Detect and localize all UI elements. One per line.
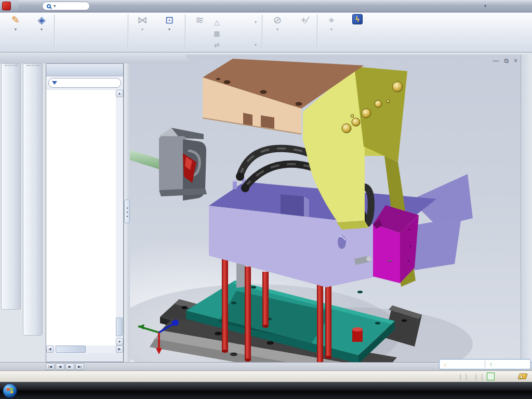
- move-entities-icon: ⇄: [213, 41, 221, 49]
- surfaces-toolbar: [23, 63, 43, 336]
- doc-restore-button[interactable]: ⧉: [504, 57, 509, 64]
- tree-filter-row: [46, 76, 123, 90]
- ribbon-separator: [317, 15, 317, 49]
- tree-vertical-scrollbar[interactable]: ▲ ▼: [116, 90, 123, 345]
- quick-tips-icon[interactable]: [487, 373, 495, 380]
- chevron-down-icon[interactable]: ▾: [54, 4, 56, 8]
- app-logo: [0, 0, 18, 12]
- search-icon: [47, 4, 51, 8]
- doc-minimize-button[interactable]: —: [493, 57, 499, 64]
- smart-dimension-icon: ◈: [38, 14, 46, 26]
- ribbon-separator: [185, 15, 185, 49]
- offset-entities-button: ≋: [187, 14, 212, 50]
- filter-funnel-icon: [52, 81, 57, 85]
- feature-manager-tabs: [46, 64, 123, 76]
- model-3d-view: [130, 55, 522, 362]
- convert-entities-button[interactable]: ⊡ ▾: [156, 14, 183, 50]
- linear-pattern-icon: ▦: [213, 30, 221, 37]
- ribbon-separator: [128, 15, 128, 49]
- search-box[interactable]: ▾: [42, 2, 90, 10]
- offset-entities-icon: ≋: [195, 14, 204, 26]
- trim-entities-button: ⋈ ▾: [130, 14, 155, 50]
- features-toolbar: [1, 63, 21, 310]
- status-bar: || ||: [0, 370, 532, 382]
- feature-tree: [46, 90, 117, 345]
- document-window-controls: — ⧉ ×: [493, 57, 517, 64]
- slide-unit-gray[interactable]: [130, 128, 207, 201]
- rapid-sketch-icon: ϟ: [352, 14, 363, 26]
- command-manager-ribbon: ✎ ▾ ◈ ▾ ⋈ ▾ ⊡ ▾ ≋ △ ▦ ⇄ ▾ ▾ ⊘ ▾: [0, 12, 532, 52]
- chevron-down-icon[interactable]: ▾: [481, 4, 490, 8]
- ribbon-separator: [262, 15, 262, 49]
- chevron-down-icon: ▾: [255, 17, 261, 27]
- splitter-grip[interactable]: ◂◂◂: [124, 200, 130, 223]
- scrollbar-thumb[interactable]: [116, 317, 123, 336]
- task-pane-strip: [521, 55, 532, 362]
- tree-horizontal-scrollbar[interactable]: ◀ ▶: [46, 345, 123, 353]
- window-controls: ▾: [468, 4, 532, 8]
- chevron-down-icon[interactable]: ▾: [41, 27, 43, 32]
- upload-arrow-icon: ↑: [489, 361, 493, 367]
- command-tabs: [0, 52, 193, 63]
- repair-sketch-button: +∕: [292, 14, 317, 50]
- toolbar-grip[interactable]: [5, 65, 17, 68]
- display-delete-icon: ⊘: [273, 14, 282, 26]
- scrollbar-thumb[interactable]: [56, 345, 86, 353]
- feature-tooltip: [388, 260, 392, 261]
- network-speed-overlay[interactable]: ↓ ↑: [439, 359, 531, 369]
- graphics-viewport[interactable]: — ⧉ ×: [130, 55, 522, 362]
- repair-sketch-icon: +∕: [301, 14, 308, 26]
- chevron-down-icon: ▾: [255, 39, 261, 50]
- tree-filter-input[interactable]: [48, 78, 121, 88]
- mirror-entities-icon: △: [213, 18, 221, 26]
- scroll-up-button[interactable]: ▲: [116, 90, 123, 97]
- sketch-pencil-icon: ✎: [11, 14, 20, 26]
- gray-support-plate: [236, 262, 246, 288]
- last-tab-button[interactable]: ▶|: [75, 363, 84, 370]
- taskbar: [0, 382, 532, 399]
- trim-entities-icon: ⋈: [138, 14, 148, 26]
- toolbar-grip[interactable]: [26, 65, 39, 68]
- linear-pattern-button: ▦: [213, 28, 265, 38]
- download-arrow-icon: ↓: [444, 361, 447, 367]
- title-bar: ▾ ▾: [0, 0, 532, 12]
- next-tab-button[interactable]: ▶: [65, 363, 74, 370]
- first-tab-button[interactable]: |◀: [46, 363, 55, 370]
- solidworks-cube-icon: [2, 2, 11, 10]
- chevron-down-icon[interactable]: ▾: [168, 27, 170, 32]
- feature-manager-panel: ▲ ▼ ◀ ▶: [46, 63, 124, 362]
- tag-icon[interactable]: [517, 374, 528, 379]
- scroll-down-button[interactable]: ▼: [116, 338, 123, 345]
- rapid-sketch-button[interactable]: ϟ: [345, 14, 370, 50]
- windows-flag-icon: [7, 388, 14, 394]
- prev-tab-button[interactable]: ◀: [56, 363, 64, 370]
- start-button[interactable]: [3, 383, 17, 398]
- ribbon-separator: [54, 15, 55, 49]
- display-delete-relations-button: ⊘ ▾: [264, 14, 291, 50]
- scroll-right-button[interactable]: ▶: [116, 345, 123, 353]
- panel-splitter[interactable]: ◂◂◂: [124, 63, 130, 362]
- convert-entities-icon: ⊡: [165, 14, 174, 26]
- quick-snaps-button: ⌖ ▾: [319, 14, 344, 50]
- chevron-down-icon[interactable]: ▾: [15, 27, 17, 32]
- doc-close-button[interactable]: ×: [514, 57, 517, 64]
- sketch-button[interactable]: ✎ ▾: [3, 14, 28, 50]
- smart-dimension-button[interactable]: ◈ ▾: [29, 14, 54, 50]
- scroll-left-button[interactable]: ◀: [46, 345, 54, 353]
- panel-footer: [46, 353, 123, 362]
- quick-snaps-icon: ⌖: [329, 14, 335, 26]
